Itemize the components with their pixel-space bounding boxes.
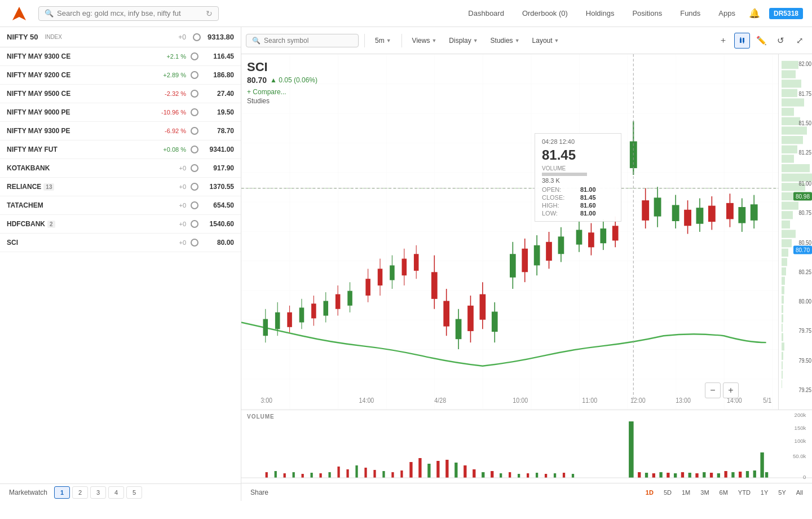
svg-rect-115 — [782, 258, 787, 266]
time-range-all[interactable]: All — [792, 488, 807, 497]
nifty-label: NIFTY 50 — [7, 33, 38, 41]
nav-icons: 🔔 DR5318 — [749, 8, 803, 19]
symbol-price-row: 80.70 ▲ 0.05 (0.06%) — [247, 76, 317, 85]
svg-rect-183 — [681, 472, 684, 478]
svg-rect-48 — [522, 249, 528, 272]
tooltip-vol-bar — [542, 173, 587, 176]
nav-orderbook[interactable]: Orderbook (0) — [522, 9, 568, 17]
time-range-ytd[interactable]: YTD — [734, 488, 755, 497]
toolbar-sep-2 — [401, 34, 402, 47]
svg-rect-66 — [642, 200, 649, 221]
share-button[interactable]: Share — [246, 487, 273, 498]
add-icon-btn[interactable]: ＋ — [715, 33, 731, 49]
watchlist-item-nifty-may-9300-ce[interactable]: NIFTY MAY 9300 CE +2.1 % 116.45 — [0, 47, 241, 66]
watchlist-item-nifty-may-fut[interactable]: NIFTY MAY FUT +0.08 % 9341.00 — [0, 140, 241, 159]
compare-link[interactable]: + Compare... — [247, 88, 317, 96]
nifty-change: +0 — [178, 33, 186, 41]
tab-1[interactable]: 1 — [54, 486, 70, 499]
nav-holdings[interactable]: Holdings — [586, 9, 615, 17]
nav-positions[interactable]: Positions — [632, 9, 662, 17]
svg-rect-24 — [365, 279, 370, 296]
studies-link[interactable]: Studies — [247, 97, 317, 105]
tab-2[interactable]: 2 — [72, 486, 88, 499]
global-search[interactable]: 🔍 ↻ — [38, 6, 219, 21]
item-price: 917.90 — [203, 164, 234, 172]
svg-text:79.75: 79.75 — [798, 328, 811, 335]
svg-rect-16 — [311, 304, 316, 318]
layout-btn[interactable]: Layout ▼ — [528, 34, 564, 47]
time-range-5d[interactable]: 5D — [659, 488, 676, 497]
tab-4[interactable]: 4 — [108, 486, 124, 499]
watchlist-item-nifty-may-9200-ce[interactable]: NIFTY MAY 9200 CE +2.89 % 186.80 — [0, 66, 241, 85]
pen-icon-btn[interactable]: ✏️ — [753, 33, 769, 49]
svg-rect-164 — [473, 469, 475, 478]
bell-icon[interactable]: 🔔 — [749, 8, 760, 19]
watchlist-item-reliance[interactable]: RELIANCE13 +0 1370.55 — [0, 178, 241, 196]
expand-icon-btn[interactable]: ⤢ — [792, 33, 807, 49]
user-badge[interactable]: DR5318 — [769, 8, 803, 19]
watchlist-item-nifty-may-9000-pe[interactable]: NIFTY MAY 9000 PE -10.96 % 19.50 — [0, 103, 241, 122]
item-circle — [191, 127, 198, 135]
svg-rect-101 — [782, 126, 807, 134]
svg-text:200k: 200k — [795, 412, 806, 418]
nav-apps[interactable]: Apps — [718, 9, 735, 17]
watchlist-item-nifty-may-9500-ce[interactable]: NIFTY MAY 9500 CE -2.32 % 27.40 — [0, 85, 241, 103]
timeframe-selector[interactable]: 5m ▼ — [370, 34, 396, 47]
item-change: -10.96 % — [147, 109, 186, 116]
search-icon: 🔍 — [45, 9, 54, 17]
svg-rect-142 — [275, 471, 277, 478]
time-range-1y[interactable]: 1Y — [756, 488, 773, 497]
svg-rect-42 — [480, 294, 486, 320]
time-range-1m[interactable]: 1M — [677, 488, 695, 497]
symbol-search[interactable]: 🔍 — [246, 34, 359, 47]
refresh-icon[interactable]: ↻ — [206, 9, 213, 18]
svg-text:80.00: 80.00 — [798, 298, 811, 305]
watchlist-item-sci[interactable]: SCI +0 80.00 — [0, 234, 241, 252]
time-range-1d[interactable]: 1D — [641, 488, 658, 497]
time-range-5y[interactable]: 5Y — [774, 488, 790, 497]
reset-icon-btn[interactable]: ↺ — [773, 33, 788, 49]
item-name: NIFTY MAY 9500 CE — [7, 90, 147, 98]
close-label: CLOSE: — [542, 194, 576, 201]
time-range-3m[interactable]: 3M — [696, 488, 713, 497]
display-arrow: ▼ — [473, 38, 478, 43]
tab-5[interactable]: 5 — [126, 486, 142, 499]
item-circle — [191, 220, 198, 228]
item-circle — [191, 146, 198, 153]
svg-rect-18 — [323, 301, 328, 315]
svg-rect-52 — [546, 242, 552, 261]
watchlist-item-kotakbank[interactable]: KOTAKBANK +0 917.90 — [0, 159, 241, 178]
candle-icon-btn[interactable] — [734, 33, 750, 49]
svg-rect-193 — [753, 470, 756, 478]
svg-rect-74 — [696, 208, 704, 224]
svg-rect-166 — [491, 471, 493, 478]
chart-main: SCI 80.70 ▲ 0.05 (0.06%) + Compare... St… — [241, 54, 812, 410]
studies-btn[interactable]: Studies ▼ — [486, 34, 524, 47]
svg-rect-98 — [782, 98, 804, 106]
nav-funds[interactable]: Funds — [680, 9, 700, 17]
bottom-bar: Share 1D5D1M3M6MYTD1Y5YAll — [241, 483, 812, 501]
zoom-in-btn[interactable]: + — [723, 382, 739, 398]
nav-dashboard[interactable]: Dashboard — [468, 9, 504, 17]
tab-3[interactable]: 3 — [90, 486, 106, 499]
svg-rect-78 — [726, 203, 734, 219]
svg-rect-145 — [302, 474, 304, 478]
watchlist-header: NIFTY 50 INDEX +0 9313.80 — [0, 27, 241, 47]
svg-rect-157 — [409, 462, 412, 478]
views-btn[interactable]: Views ▼ — [408, 34, 442, 47]
views-arrow: ▼ — [431, 38, 436, 43]
watchlist-item-tatachem[interactable]: TATACHEM +0 654.50 — [0, 196, 241, 215]
time-range-6m[interactable]: 6M — [715, 488, 732, 497]
symbol-search-input[interactable] — [264, 37, 352, 45]
svg-text:12:00: 12:00 — [630, 397, 646, 404]
svg-rect-116 — [782, 267, 786, 275]
watchlist-item-nifty-may-9300-pe[interactable]: NIFTY MAY 9300 PE -6.92 % 78.70 — [0, 122, 241, 140]
nav-links: Dashboard Orderbook (0) Holdings Positio… — [468, 9, 735, 17]
zoom-out-btn[interactable]: − — [705, 382, 721, 398]
nifty-price: 9313.80 — [208, 33, 234, 41]
symbol-change: ▲ 0.05 (0.06%) — [270, 76, 317, 84]
watchlist-item-hdfcbank[interactable]: HDFCBANK2 +0 1540.60 — [0, 215, 241, 234]
search-input[interactable] — [57, 9, 202, 17]
display-btn[interactable]: Display ▼ — [444, 34, 482, 47]
item-price: 78.70 — [203, 127, 234, 135]
